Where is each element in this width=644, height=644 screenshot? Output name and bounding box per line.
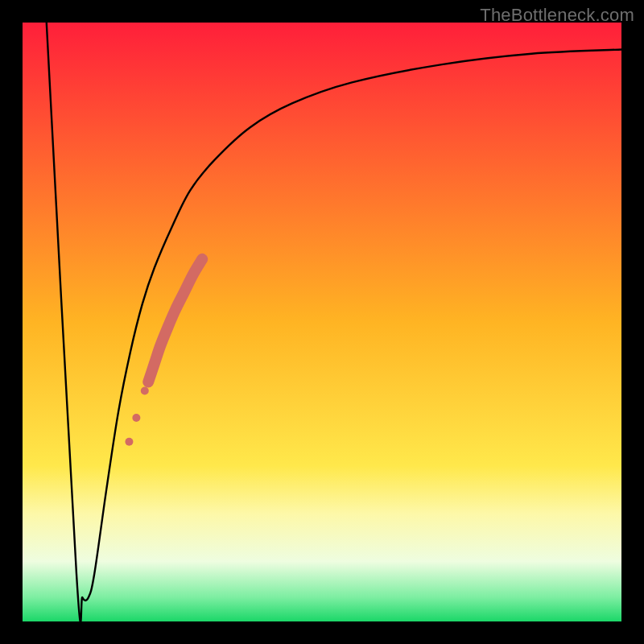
highlight-dot: [141, 387, 149, 395]
highlight-dot: [125, 438, 133, 446]
highlight-dot: [132, 414, 140, 422]
chart-container: TheBottleneck.com: [0, 0, 644, 644]
brand-watermark: TheBottleneck.com: [480, 5, 634, 26]
plot-background: [23, 23, 621, 621]
chart-svg: [0, 0, 644, 644]
